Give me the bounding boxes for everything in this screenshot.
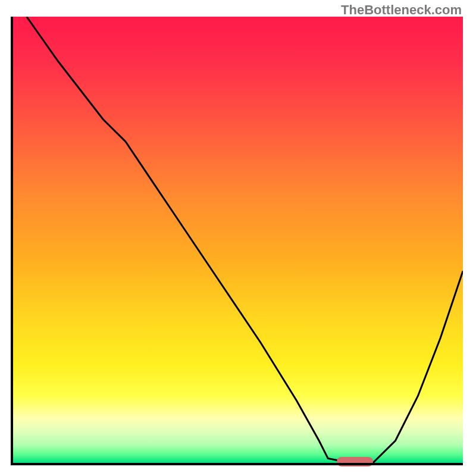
chart-container: TheBottleneck.com bbox=[0, 0, 476, 476]
bottleneck-curve bbox=[27, 17, 463, 463]
y-axis bbox=[11, 17, 13, 465]
x-axis bbox=[11, 463, 463, 465]
attribution-label: TheBottleneck.com bbox=[341, 2, 462, 18]
curve-layer bbox=[13, 17, 463, 463]
